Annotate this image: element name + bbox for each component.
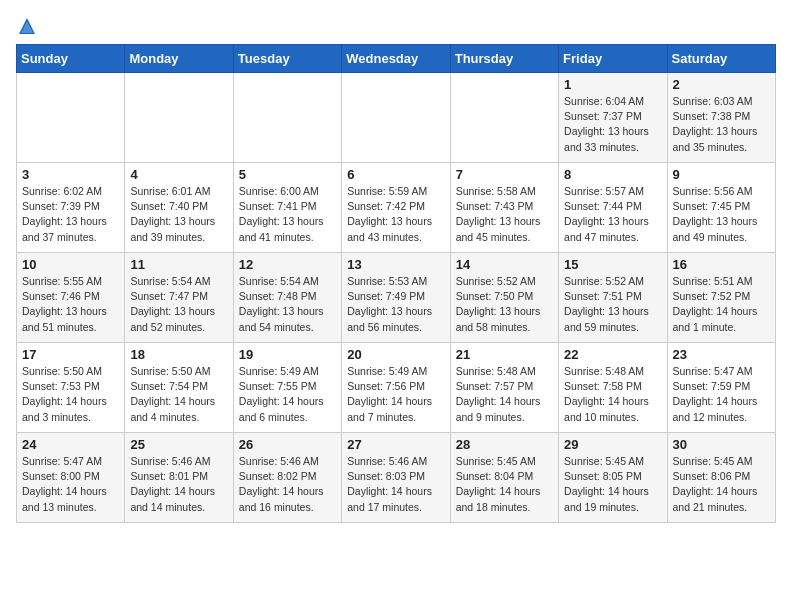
day-number: 20 xyxy=(347,347,444,362)
calendar-cell: 10Sunrise: 5:55 AM Sunset: 7:46 PM Dayli… xyxy=(17,253,125,343)
day-info: Sunrise: 5:49 AM Sunset: 7:55 PM Dayligh… xyxy=(239,364,336,425)
day-number: 8 xyxy=(564,167,661,182)
day-info: Sunrise: 6:03 AM Sunset: 7:38 PM Dayligh… xyxy=(673,94,770,155)
day-number: 19 xyxy=(239,347,336,362)
day-number: 13 xyxy=(347,257,444,272)
weekday-header: Thursday xyxy=(450,45,558,73)
day-number: 11 xyxy=(130,257,227,272)
day-info: Sunrise: 5:45 AM Sunset: 8:06 PM Dayligh… xyxy=(673,454,770,515)
calendar-cell: 9Sunrise: 5:56 AM Sunset: 7:45 PM Daylig… xyxy=(667,163,775,253)
day-info: Sunrise: 5:46 AM Sunset: 8:02 PM Dayligh… xyxy=(239,454,336,515)
day-number: 16 xyxy=(673,257,770,272)
day-info: Sunrise: 5:46 AM Sunset: 8:01 PM Dayligh… xyxy=(130,454,227,515)
day-info: Sunrise: 6:01 AM Sunset: 7:40 PM Dayligh… xyxy=(130,184,227,245)
weekday-header: Saturday xyxy=(667,45,775,73)
day-info: Sunrise: 5:48 AM Sunset: 7:58 PM Dayligh… xyxy=(564,364,661,425)
day-number: 18 xyxy=(130,347,227,362)
calendar-cell: 6Sunrise: 5:59 AM Sunset: 7:42 PM Daylig… xyxy=(342,163,450,253)
calendar-week-row: 17Sunrise: 5:50 AM Sunset: 7:53 PM Dayli… xyxy=(17,343,776,433)
day-number: 28 xyxy=(456,437,553,452)
calendar-week-row: 10Sunrise: 5:55 AM Sunset: 7:46 PM Dayli… xyxy=(17,253,776,343)
calendar-cell xyxy=(342,73,450,163)
day-info: Sunrise: 5:51 AM Sunset: 7:52 PM Dayligh… xyxy=(673,274,770,335)
calendar-cell: 1Sunrise: 6:04 AM Sunset: 7:37 PM Daylig… xyxy=(559,73,667,163)
calendar-cell: 25Sunrise: 5:46 AM Sunset: 8:01 PM Dayli… xyxy=(125,433,233,523)
calendar-cell: 18Sunrise: 5:50 AM Sunset: 7:54 PM Dayli… xyxy=(125,343,233,433)
weekday-header: Wednesday xyxy=(342,45,450,73)
day-info: Sunrise: 5:56 AM Sunset: 7:45 PM Dayligh… xyxy=(673,184,770,245)
day-number: 4 xyxy=(130,167,227,182)
day-info: Sunrise: 5:46 AM Sunset: 8:03 PM Dayligh… xyxy=(347,454,444,515)
day-info: Sunrise: 5:52 AM Sunset: 7:50 PM Dayligh… xyxy=(456,274,553,335)
calendar-cell: 11Sunrise: 5:54 AM Sunset: 7:47 PM Dayli… xyxy=(125,253,233,343)
calendar-week-row: 24Sunrise: 5:47 AM Sunset: 8:00 PM Dayli… xyxy=(17,433,776,523)
calendar-week-row: 1Sunrise: 6:04 AM Sunset: 7:37 PM Daylig… xyxy=(17,73,776,163)
calendar-cell: 26Sunrise: 5:46 AM Sunset: 8:02 PM Dayli… xyxy=(233,433,341,523)
day-info: Sunrise: 5:47 AM Sunset: 8:00 PM Dayligh… xyxy=(22,454,119,515)
day-info: Sunrise: 5:59 AM Sunset: 7:42 PM Dayligh… xyxy=(347,184,444,245)
day-info: Sunrise: 6:02 AM Sunset: 7:39 PM Dayligh… xyxy=(22,184,119,245)
calendar-table: SundayMondayTuesdayWednesdayThursdayFrid… xyxy=(16,44,776,523)
day-info: Sunrise: 5:52 AM Sunset: 7:51 PM Dayligh… xyxy=(564,274,661,335)
calendar-cell: 23Sunrise: 5:47 AM Sunset: 7:59 PM Dayli… xyxy=(667,343,775,433)
day-info: Sunrise: 5:45 AM Sunset: 8:04 PM Dayligh… xyxy=(456,454,553,515)
calendar-cell: 24Sunrise: 5:47 AM Sunset: 8:00 PM Dayli… xyxy=(17,433,125,523)
day-number: 7 xyxy=(456,167,553,182)
weekday-header: Tuesday xyxy=(233,45,341,73)
page-header xyxy=(16,16,776,32)
day-number: 9 xyxy=(673,167,770,182)
day-info: Sunrise: 5:47 AM Sunset: 7:59 PM Dayligh… xyxy=(673,364,770,425)
day-info: Sunrise: 5:48 AM Sunset: 7:57 PM Dayligh… xyxy=(456,364,553,425)
calendar-cell: 28Sunrise: 5:45 AM Sunset: 8:04 PM Dayli… xyxy=(450,433,558,523)
calendar-cell: 29Sunrise: 5:45 AM Sunset: 8:05 PM Dayli… xyxy=(559,433,667,523)
calendar-cell: 22Sunrise: 5:48 AM Sunset: 7:58 PM Dayli… xyxy=(559,343,667,433)
day-number: 27 xyxy=(347,437,444,452)
day-info: Sunrise: 6:04 AM Sunset: 7:37 PM Dayligh… xyxy=(564,94,661,155)
day-number: 3 xyxy=(22,167,119,182)
day-number: 21 xyxy=(456,347,553,362)
calendar-cell xyxy=(125,73,233,163)
logo xyxy=(16,16,38,32)
calendar-cell: 21Sunrise: 5:48 AM Sunset: 7:57 PM Dayli… xyxy=(450,343,558,433)
day-number: 14 xyxy=(456,257,553,272)
calendar-cell: 4Sunrise: 6:01 AM Sunset: 7:40 PM Daylig… xyxy=(125,163,233,253)
calendar-cell: 27Sunrise: 5:46 AM Sunset: 8:03 PM Dayli… xyxy=(342,433,450,523)
day-number: 29 xyxy=(564,437,661,452)
calendar-cell: 7Sunrise: 5:58 AM Sunset: 7:43 PM Daylig… xyxy=(450,163,558,253)
day-number: 5 xyxy=(239,167,336,182)
calendar-cell: 17Sunrise: 5:50 AM Sunset: 7:53 PM Dayli… xyxy=(17,343,125,433)
calendar-cell: 16Sunrise: 5:51 AM Sunset: 7:52 PM Dayli… xyxy=(667,253,775,343)
day-number: 12 xyxy=(239,257,336,272)
day-info: Sunrise: 6:00 AM Sunset: 7:41 PM Dayligh… xyxy=(239,184,336,245)
calendar-cell xyxy=(17,73,125,163)
calendar-cell: 3Sunrise: 6:02 AM Sunset: 7:39 PM Daylig… xyxy=(17,163,125,253)
day-info: Sunrise: 5:53 AM Sunset: 7:49 PM Dayligh… xyxy=(347,274,444,335)
calendar-cell: 13Sunrise: 5:53 AM Sunset: 7:49 PM Dayli… xyxy=(342,253,450,343)
day-info: Sunrise: 5:58 AM Sunset: 7:43 PM Dayligh… xyxy=(456,184,553,245)
calendar-cell: 15Sunrise: 5:52 AM Sunset: 7:51 PM Dayli… xyxy=(559,253,667,343)
calendar-cell: 5Sunrise: 6:00 AM Sunset: 7:41 PM Daylig… xyxy=(233,163,341,253)
day-number: 25 xyxy=(130,437,227,452)
calendar-cell: 2Sunrise: 6:03 AM Sunset: 7:38 PM Daylig… xyxy=(667,73,775,163)
day-number: 17 xyxy=(22,347,119,362)
day-info: Sunrise: 5:50 AM Sunset: 7:54 PM Dayligh… xyxy=(130,364,227,425)
day-info: Sunrise: 5:55 AM Sunset: 7:46 PM Dayligh… xyxy=(22,274,119,335)
calendar-cell: 19Sunrise: 5:49 AM Sunset: 7:55 PM Dayli… xyxy=(233,343,341,433)
day-number: 1 xyxy=(564,77,661,92)
day-number: 15 xyxy=(564,257,661,272)
day-number: 2 xyxy=(673,77,770,92)
day-number: 22 xyxy=(564,347,661,362)
day-number: 23 xyxy=(673,347,770,362)
day-info: Sunrise: 5:57 AM Sunset: 7:44 PM Dayligh… xyxy=(564,184,661,245)
calendar-cell: 30Sunrise: 5:45 AM Sunset: 8:06 PM Dayli… xyxy=(667,433,775,523)
day-info: Sunrise: 5:49 AM Sunset: 7:56 PM Dayligh… xyxy=(347,364,444,425)
day-info: Sunrise: 5:54 AM Sunset: 7:47 PM Dayligh… xyxy=(130,274,227,335)
calendar-week-row: 3Sunrise: 6:02 AM Sunset: 7:39 PM Daylig… xyxy=(17,163,776,253)
calendar-cell: 8Sunrise: 5:57 AM Sunset: 7:44 PM Daylig… xyxy=(559,163,667,253)
calendar-cell: 20Sunrise: 5:49 AM Sunset: 7:56 PM Dayli… xyxy=(342,343,450,433)
day-number: 30 xyxy=(673,437,770,452)
calendar-cell xyxy=(450,73,558,163)
day-info: Sunrise: 5:54 AM Sunset: 7:48 PM Dayligh… xyxy=(239,274,336,335)
day-number: 26 xyxy=(239,437,336,452)
calendar-cell: 14Sunrise: 5:52 AM Sunset: 7:50 PM Dayli… xyxy=(450,253,558,343)
